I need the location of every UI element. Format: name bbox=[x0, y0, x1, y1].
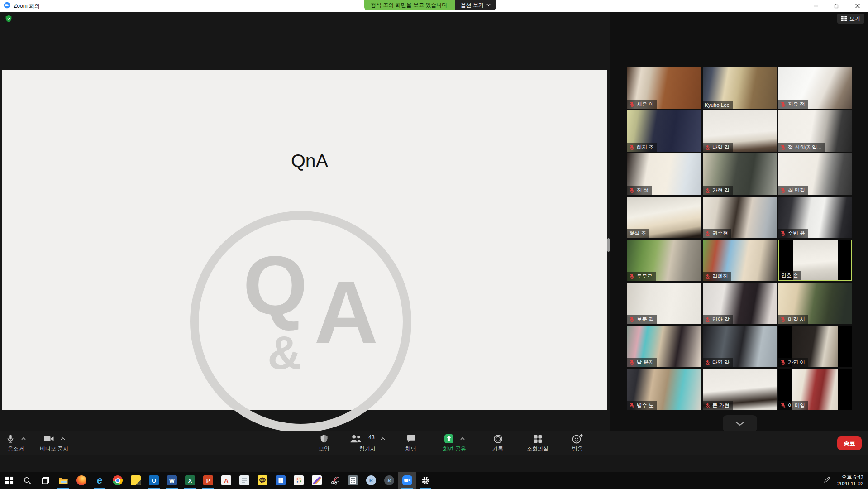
participant-tile[interactable]: 혜지 조 bbox=[627, 110, 701, 152]
snipping-tool-icon[interactable] bbox=[326, 472, 344, 489]
breakout-rooms-button[interactable]: 소회의실 bbox=[518, 431, 558, 455]
participant-name: 진 설 bbox=[637, 187, 649, 194]
notepad-icon[interactable] bbox=[235, 472, 253, 489]
participant-tile[interactable]: 진 설 bbox=[627, 153, 701, 195]
participant-tile[interactable]: 수빈 윤 bbox=[778, 197, 852, 238]
participant-nameplate: 권수현 bbox=[703, 229, 731, 238]
clock-time: 오후 6:43 bbox=[837, 474, 863, 480]
muted-mic-icon bbox=[705, 403, 711, 408]
paint-palette-icon[interactable] bbox=[290, 472, 308, 489]
participant-nameplate: 김예진 bbox=[703, 272, 731, 281]
participant-nameplate: 보문 김 bbox=[627, 315, 657, 324]
chevron-up-icon[interactable] bbox=[380, 437, 386, 441]
participant-tile[interactable]: 남 윤지 bbox=[627, 326, 701, 367]
participant-tile[interactable]: 가연 이 bbox=[778, 326, 852, 367]
dictionary-icon[interactable] bbox=[272, 472, 290, 489]
zoom-toolbar: 음소거 비디오 중지 보안 43 bbox=[0, 431, 868, 455]
art-brush-icon[interactable] bbox=[308, 472, 326, 489]
powerpoint-icon[interactable]: P bbox=[199, 472, 217, 489]
participant-tile[interactable]: 투무르 bbox=[627, 240, 701, 281]
record-button[interactable]: 기록 bbox=[478, 431, 518, 455]
acrobat-pdf-icon[interactable]: A bbox=[217, 472, 235, 489]
internet-explorer-icon[interactable]: e bbox=[91, 472, 109, 489]
participant-nameplate: 미경 서 bbox=[778, 315, 808, 324]
participant-tile[interactable]: Kyuho Lee bbox=[703, 67, 777, 109]
minimize-button[interactable] bbox=[806, 0, 826, 12]
participant-tile[interactable]: 미경 서 bbox=[778, 283, 852, 324]
participant-nameplate: 이 미영 bbox=[778, 401, 808, 410]
stop-video-button[interactable]: 비디오 중지 bbox=[40, 431, 68, 455]
participant-tile[interactable]: 최 민경 bbox=[778, 153, 852, 195]
restore-button[interactable] bbox=[826, 0, 847, 12]
mute-button[interactable]: 음소거 bbox=[5, 431, 26, 455]
participant-tile[interactable]: 병수 노 bbox=[627, 369, 701, 410]
collapse-grid-button[interactable] bbox=[723, 415, 757, 432]
participant-nameplate: 정 찬희(지역... bbox=[778, 143, 825, 152]
participant-name: 혜지 조 bbox=[637, 144, 654, 151]
excel-icon[interactable]: X bbox=[181, 472, 199, 489]
grid-view-icon bbox=[841, 16, 847, 21]
participant-name: 병수 노 bbox=[637, 402, 654, 409]
chrome-icon[interactable] bbox=[109, 472, 127, 489]
muted-mic-icon bbox=[705, 187, 711, 193]
qa-logo: Q A & bbox=[190, 211, 411, 432]
sticky-notes-icon[interactable] bbox=[127, 472, 145, 489]
participant-tile[interactable]: 지유 정 bbox=[778, 67, 852, 109]
participant-tile[interactable]: 권수현 bbox=[703, 197, 777, 238]
qa-logo-ampersand: & bbox=[267, 329, 301, 376]
participant-nameplate: 남 윤지 bbox=[627, 358, 657, 367]
calculator-icon[interactable] bbox=[344, 472, 362, 489]
participant-tile[interactable]: 보문 김 bbox=[627, 283, 701, 324]
firefox-icon[interactable] bbox=[72, 472, 91, 489]
kakaotalk-icon[interactable]: TALK bbox=[253, 472, 272, 489]
participant-tile[interactable]: 이 미영 bbox=[778, 369, 852, 410]
chevron-up-icon[interactable] bbox=[460, 437, 465, 441]
participant-tile[interactable]: 나영 김 bbox=[703, 110, 777, 152]
participant-tile[interactable]: 다연 양 bbox=[703, 326, 777, 367]
participant-tile[interactable]: 문 가현 bbox=[703, 369, 777, 410]
reactions-icon bbox=[572, 433, 583, 444]
chat-icon bbox=[406, 434, 416, 444]
meeting-area: 보기 QnA Q A & 세은 이 Kyuho Lee 지유 정 bbox=[0, 12, 868, 472]
end-meeting-button[interactable]: 종료 bbox=[837, 436, 862, 450]
chat-button[interactable]: 채팅 bbox=[391, 431, 431, 455]
task-view-icon[interactable] bbox=[36, 472, 54, 489]
r-app-icon[interactable]: R bbox=[362, 472, 380, 489]
zoom-app-icon[interactable] bbox=[398, 472, 416, 489]
settings-icon[interactable] bbox=[416, 472, 434, 489]
participant-tile[interactable]: 정 찬희(지역... bbox=[778, 110, 852, 152]
chevron-up-icon[interactable] bbox=[60, 437, 66, 441]
close-button[interactable] bbox=[847, 0, 868, 12]
participant-tile[interactable]: 민아 강 bbox=[703, 283, 777, 324]
participant-tile[interactable]: 가현 김 bbox=[703, 153, 777, 195]
word-icon[interactable]: W bbox=[163, 472, 181, 489]
view-options-button[interactable]: 옵션 보기 bbox=[455, 0, 496, 10]
muted-mic-icon bbox=[629, 273, 635, 279]
rstudio-icon[interactable]: R bbox=[380, 472, 398, 489]
view-layout-button[interactable]: 보기 bbox=[837, 14, 864, 24]
windows-ink-pen-icon[interactable] bbox=[824, 476, 831, 485]
participants-button[interactable]: 43 참가자 bbox=[344, 431, 391, 455]
outlook-icon[interactable]: O bbox=[145, 472, 163, 489]
participant-tile[interactable]: 세은 이 bbox=[627, 67, 701, 109]
participant-name: 최 민경 bbox=[788, 187, 805, 194]
participant-tile[interactable]: 인호 손 bbox=[778, 240, 852, 281]
taskbar-clock[interactable]: 오후 6:43 2020-11-02 bbox=[837, 474, 863, 487]
participant-name: 문 가현 bbox=[712, 402, 730, 409]
muted-mic-icon bbox=[780, 403, 786, 408]
security-button[interactable]: 보안 bbox=[304, 431, 344, 455]
file-explorer-icon[interactable] bbox=[54, 472, 72, 489]
windows-start-icon[interactable] bbox=[0, 472, 18, 489]
muted-mic-icon bbox=[705, 273, 711, 279]
participant-tile[interactable]: 형식 조 bbox=[627, 197, 701, 238]
chevron-down-icon bbox=[735, 421, 745, 426]
chevron-up-icon[interactable] bbox=[21, 437, 26, 441]
panel-resize-handle[interactable] bbox=[607, 238, 610, 252]
share-screen-button[interactable]: 화면 공유 bbox=[431, 431, 478, 455]
participant-nameplate: 진 설 bbox=[627, 186, 652, 195]
participant-tile[interactable]: 김예진 bbox=[703, 240, 777, 281]
microphone-icon bbox=[5, 433, 15, 444]
participants-icon bbox=[349, 434, 362, 444]
search-icon[interactable] bbox=[18, 472, 36, 489]
reactions-button[interactable]: 반응 bbox=[558, 431, 597, 455]
